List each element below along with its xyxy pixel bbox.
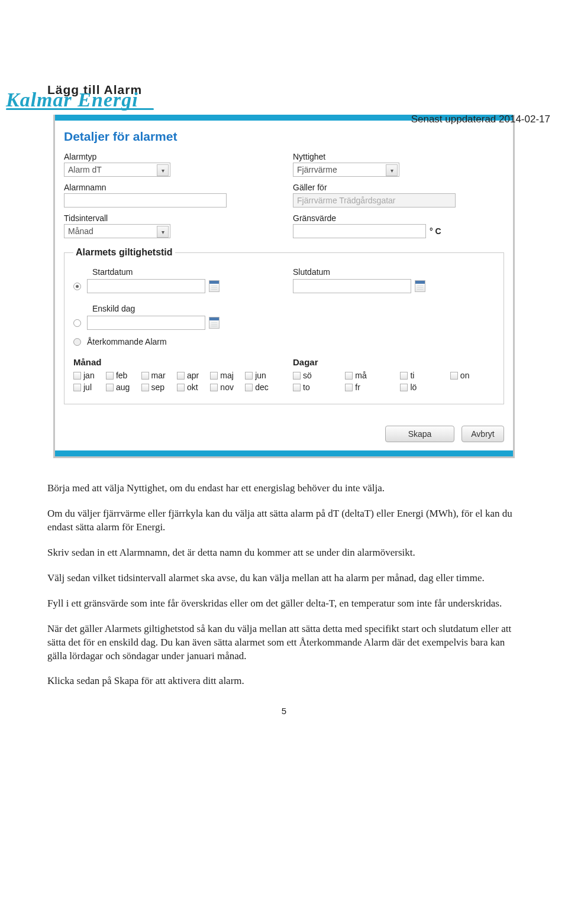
day-checkbox[interactable]: fr bbox=[345, 382, 392, 392]
gransvarde-label: Gränsvärde bbox=[293, 213, 504, 223]
chevron-down-icon: ▾ bbox=[386, 164, 398, 176]
calendar-icon[interactable] bbox=[415, 280, 425, 292]
checkbox-icon bbox=[400, 372, 408, 380]
panel-title: Detaljer för alarmet bbox=[64, 129, 504, 144]
chevron-down-icon: ▾ bbox=[157, 226, 169, 238]
day-checkbox-group: sö må ti on to fr lö bbox=[293, 371, 495, 392]
calendar-icon[interactable] bbox=[209, 317, 220, 329]
month-checkbox[interactable]: jan bbox=[73, 371, 101, 380]
nyttighet-value: Fjärrvärme bbox=[297, 165, 337, 174]
checkbox-icon bbox=[293, 384, 301, 391]
paragraph: Om du väljer fjärrvärme eller fjärrkyla … bbox=[47, 507, 521, 534]
alarm-details-panel: Detaljer för alarmet Alarmtyp Alarm dT ▾… bbox=[53, 115, 515, 458]
page-number: 5 bbox=[47, 706, 521, 716]
last-updated: Senast uppdaterad 2014-02-17 bbox=[411, 114, 550, 125]
month-checkbox[interactable]: aug bbox=[106, 382, 137, 392]
checkbox-icon bbox=[73, 384, 81, 391]
gransvarde-input[interactable] bbox=[293, 224, 426, 238]
alarmtyp-label: Alarmtyp bbox=[64, 152, 275, 161]
aterkommande-label: Återkommande Alarm bbox=[87, 337, 167, 346]
checkbox-icon bbox=[210, 372, 218, 380]
day-checkbox[interactable]: ti bbox=[400, 371, 441, 380]
validity-radio-recurring[interactable] bbox=[73, 338, 81, 346]
logo-text: Kalmar Energi bbox=[6, 89, 138, 111]
paragraph: Välj sedan vilket tidsintervall alarmet … bbox=[47, 572, 521, 585]
checkbox-icon bbox=[141, 372, 149, 380]
calendar-icon[interactable] bbox=[209, 280, 220, 292]
month-checkbox[interactable]: nov bbox=[210, 382, 240, 392]
month-checkbox[interactable]: okt bbox=[177, 382, 205, 392]
enskild-dag-input[interactable] bbox=[87, 316, 205, 330]
skapa-button[interactable]: Skapa bbox=[385, 426, 454, 442]
alarmnamn-input[interactable] bbox=[64, 193, 227, 208]
slutdatum-label: Slutdatum bbox=[293, 267, 495, 277]
paragraph: Börja med att välja Nyttighet, om du end… bbox=[47, 482, 521, 495]
day-checkbox[interactable]: lö bbox=[400, 382, 441, 392]
checkbox-icon bbox=[106, 372, 114, 380]
month-checkbox[interactable]: jun bbox=[245, 371, 275, 380]
nyttighet-select[interactable]: Fjärrvärme ▾ bbox=[293, 163, 399, 177]
checkbox-icon bbox=[177, 372, 185, 380]
dagar-label: Dagar bbox=[293, 357, 495, 367]
startdatum-input[interactable] bbox=[87, 279, 205, 293]
tidsintervall-label: Tidsintervall bbox=[64, 213, 275, 223]
paragraph: Fyll i ett gränsvärde som inte får övers… bbox=[47, 597, 521, 611]
month-checkbox[interactable]: feb bbox=[106, 371, 137, 380]
month-checkbox[interactable]: jul bbox=[73, 382, 101, 392]
month-checkbox[interactable]: apr bbox=[177, 371, 205, 380]
validity-legend: Alarmets giltighetstid bbox=[73, 247, 175, 258]
checkbox-icon bbox=[106, 384, 114, 391]
galler-for-label: Gäller för bbox=[293, 183, 504, 192]
checkbox-icon bbox=[177, 384, 185, 391]
avbryt-button[interactable]: Avbryt bbox=[462, 426, 504, 442]
checkbox-icon bbox=[210, 384, 218, 391]
checkbox-icon bbox=[141, 384, 149, 391]
nyttighet-label: Nyttighet bbox=[293, 152, 504, 161]
day-checkbox[interactable]: on bbox=[450, 371, 495, 380]
checkbox-icon bbox=[245, 384, 253, 391]
startdatum-label: Startdatum bbox=[92, 267, 275, 277]
paragraph: Skriv sedan in ett Alarmnamn, det är det… bbox=[47, 546, 521, 560]
checkbox-icon bbox=[73, 372, 81, 380]
enskild-dag-label: Enskild dag bbox=[92, 304, 495, 313]
logo: Kalmar Energi bbox=[6, 89, 154, 110]
month-checkbox[interactable]: mar bbox=[141, 371, 172, 380]
galler-for-value: Fjärrvärme Trädgårdsgatar bbox=[297, 196, 396, 205]
checkbox-icon bbox=[400, 384, 408, 391]
paragraph: När det gäller Alarmets giltighetstod så… bbox=[47, 623, 521, 663]
month-checkbox[interactable]: sep bbox=[141, 382, 172, 392]
manad-label: Månad bbox=[73, 357, 275, 367]
checkbox-icon bbox=[450, 372, 458, 380]
validity-fieldset: Alarmets giltighetstid Startdatum bbox=[64, 247, 504, 404]
validity-radio-single-day[interactable] bbox=[73, 319, 81, 327]
checkbox-icon bbox=[245, 372, 253, 380]
panel-bottom-bar bbox=[55, 450, 513, 456]
gransvarde-unit: ° C bbox=[430, 226, 441, 236]
day-checkbox[interactable]: må bbox=[345, 371, 392, 380]
tidsintervall-value: Månad bbox=[68, 226, 93, 236]
tidsintervall-select[interactable]: Månad ▾ bbox=[64, 224, 170, 238]
month-checkbox[interactable]: dec bbox=[245, 382, 275, 392]
day-checkbox[interactable]: sö bbox=[293, 371, 337, 380]
chevron-down-icon: ▾ bbox=[157, 164, 169, 176]
checkbox-icon bbox=[345, 384, 353, 391]
checkbox-icon bbox=[293, 372, 301, 380]
alarmtyp-select[interactable]: Alarm dT ▾ bbox=[64, 163, 170, 177]
month-checkbox[interactable]: maj bbox=[210, 371, 240, 380]
alarmnamn-label: Alarmnamn bbox=[64, 183, 275, 192]
validity-radio-range[interactable] bbox=[73, 283, 81, 290]
galler-for-input: Fjärrvärme Trädgårdsgatar bbox=[293, 193, 456, 208]
month-checkbox-group: jan feb mar apr maj jun jul aug sep okt bbox=[73, 371, 275, 392]
slutdatum-input[interactable] bbox=[293, 279, 411, 293]
day-checkbox[interactable]: to bbox=[293, 382, 337, 392]
paragraph: Klicka sedan på Skapa för att aktivera d… bbox=[47, 675, 521, 688]
alarmtyp-value: Alarm dT bbox=[68, 165, 102, 174]
instructions-text: Börja med att välja Nyttighet, om du end… bbox=[47, 482, 521, 688]
checkbox-icon bbox=[345, 372, 353, 380]
